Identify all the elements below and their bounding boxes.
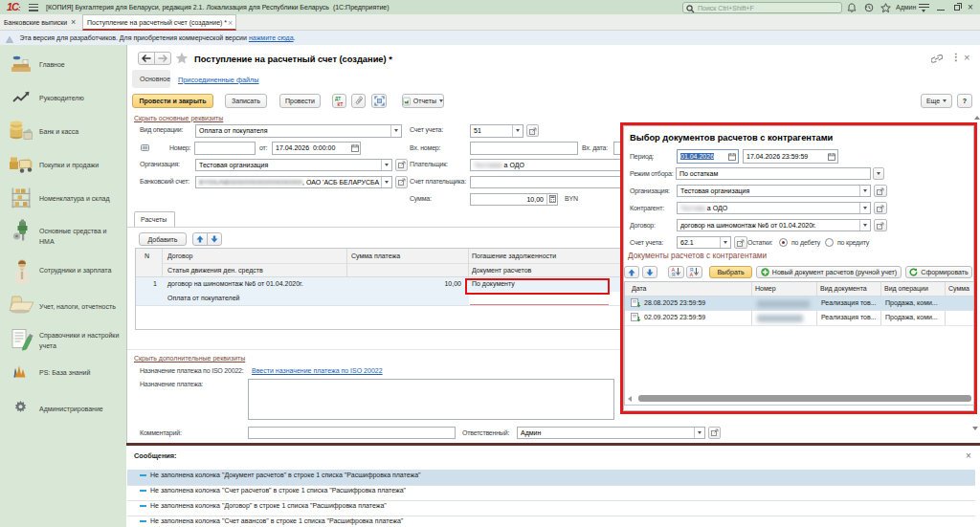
svg-text:КТ: КТ [337,102,343,107]
svg-text:ДТ: ДТ [335,97,341,101]
